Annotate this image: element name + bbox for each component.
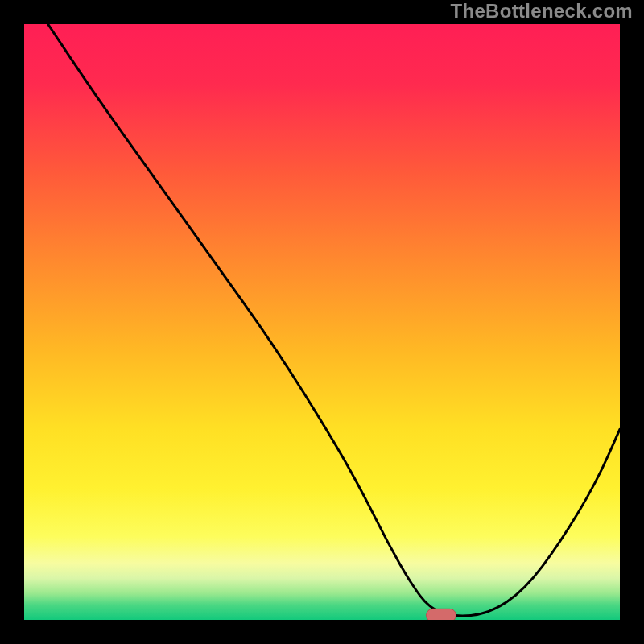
optimal-marker: [427, 609, 456, 620]
plot-background: [24, 24, 620, 620]
watermark-text: TheBottleneck.com: [451, 0, 633, 23]
bottleneck-plot: [24, 24, 620, 620]
chart-frame: TheBottleneck.com: [0, 0, 644, 644]
